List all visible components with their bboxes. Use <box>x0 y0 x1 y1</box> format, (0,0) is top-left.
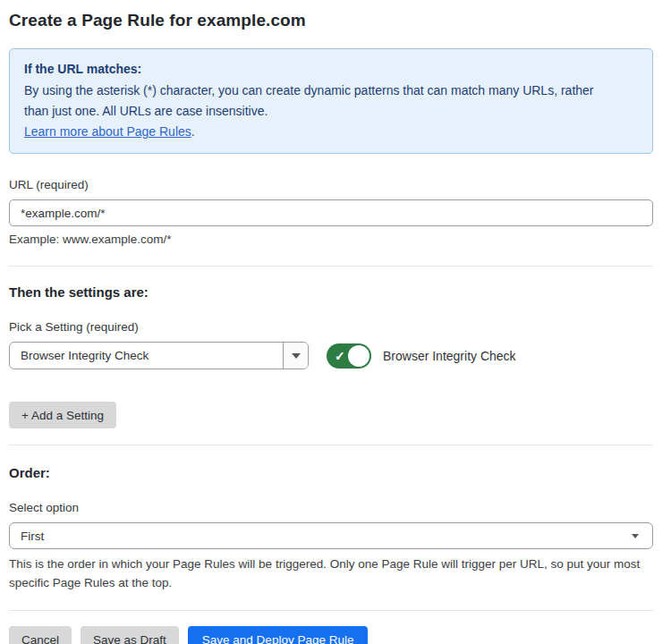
settings-section-heading: Then the settings are: <box>9 284 653 300</box>
footer-actions: Cancel Save as Draft Save and Deploy Pag… <box>9 626 653 644</box>
page-title: Create a Page Rule for example.com <box>9 11 653 30</box>
info-box-link-line: Learn more about Page Rules. <box>24 122 638 142</box>
info-box-body: By using the asterisk (*) character, you… <box>24 80 615 122</box>
order-select-value: First <box>21 530 632 543</box>
order-helper-text: This is the order in which your Page Rul… <box>9 555 651 592</box>
chevron-down-icon <box>632 534 639 538</box>
url-input[interactable] <box>9 199 653 226</box>
order-select-label: Select option <box>9 501 653 514</box>
add-setting-button[interactable]: + Add a Setting <box>9 402 116 428</box>
url-field-label: URL (required) <box>9 178 653 191</box>
order-section-heading: Order: <box>9 465 653 480</box>
setting-select[interactable]: Browser Integrity Check <box>9 342 309 369</box>
section-divider <box>9 266 653 267</box>
url-matches-info-box: If the URL matches: By using the asteris… <box>9 48 653 154</box>
toggle-knob <box>348 345 369 367</box>
order-select[interactable]: First <box>9 522 653 549</box>
toggle-label: Browser Integrity Check <box>383 349 516 363</box>
learn-more-link[interactable]: Learn more about Page Rules <box>24 124 191 139</box>
info-box-heading: If the URL matches: <box>24 59 638 80</box>
url-example-text: Example: www.example.com/* <box>9 233 653 246</box>
setting-select-arrow-button[interactable] <box>283 343 308 369</box>
section-divider <box>9 445 653 445</box>
link-suffix: . <box>191 124 195 139</box>
save-deploy-button[interactable]: Save and Deploy Page Rule <box>188 626 369 644</box>
cancel-button[interactable]: Cancel <box>9 626 72 644</box>
check-icon: ✓ <box>335 348 345 364</box>
save-draft-button[interactable]: Save as Draft <box>81 626 179 644</box>
browser-integrity-toggle[interactable]: ✓ <box>327 343 371 369</box>
page-rule-form: Create a Page Rule for example.com If th… <box>0 0 671 644</box>
pick-setting-label: Pick a Setting (required) <box>9 320 653 334</box>
chevron-down-icon <box>292 353 301 359</box>
setting-select-value: Browser Integrity Check <box>10 343 283 369</box>
setting-row: Browser Integrity Check ✓ Browser Integr… <box>9 342 653 369</box>
footer-divider <box>9 610 653 611</box>
